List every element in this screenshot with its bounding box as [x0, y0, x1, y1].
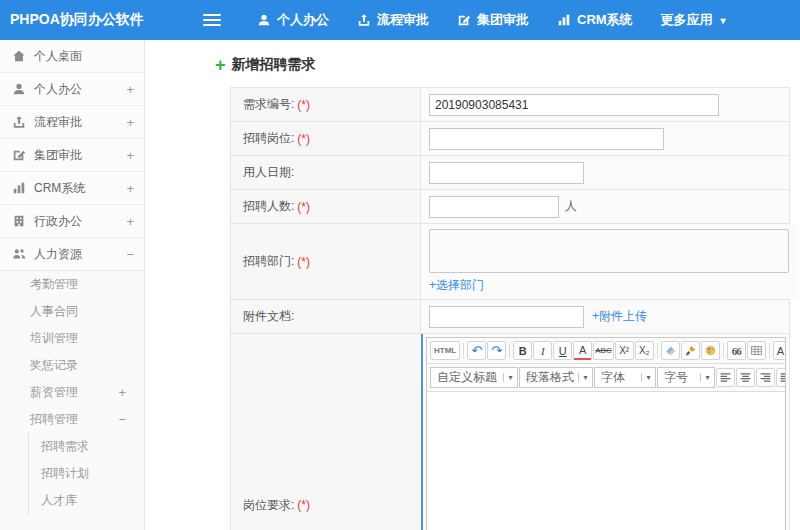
underline-button[interactable]: U — [553, 341, 572, 360]
html-source-button[interactable]: HTML — [430, 341, 460, 360]
align-right-button[interactable] — [756, 368, 775, 387]
blockquote-button[interactable]: 66 — [727, 341, 746, 360]
font-family-dropdown[interactable]: 字体 ▾ — [594, 367, 656, 388]
required-mark: (*) — [297, 132, 310, 146]
collapse-toggle[interactable]: − — [126, 247, 134, 262]
align-justify-button[interactable] — [776, 368, 785, 387]
sidebar-item-label: 个人桌面 — [34, 48, 134, 65]
expand-toggle[interactable]: + — [126, 181, 134, 196]
attachment-upload-link[interactable]: +附件上传 — [592, 308, 647, 325]
nav-label: CRM系统 — [577, 11, 633, 29]
required-mark: (*) — [297, 200, 310, 214]
nav-workflow-approval[interactable]: 流程审批 — [357, 11, 429, 29]
caret-down-icon: ▾ — [721, 15, 726, 26]
strikethrough-button[interactable]: ABC — [593, 341, 613, 360]
field-label-cell: 用人日期: — [231, 156, 421, 189]
sidebar-item-recruit-demand[interactable]: 招聘需求 — [29, 433, 144, 460]
demand-no-input[interactable] — [429, 94, 719, 116]
workflow-icon — [357, 13, 371, 27]
align-center-button[interactable] — [736, 368, 755, 387]
topbar: PHPOA协同办公软件 个人办公 流程审批 集团审批 CRM系统 更多应用 ▾ — [0, 0, 800, 40]
superscript-button[interactable]: X² — [615, 341, 634, 360]
sidebar-item-salary[interactable]: 薪资管理 + — [0, 379, 144, 406]
field-label-cell: 需求编号: (*) — [231, 88, 421, 121]
edit-icon — [457, 13, 471, 27]
italic-button[interactable]: I — [533, 341, 552, 360]
nav-group-approval[interactable]: 集团审批 — [457, 11, 529, 29]
nav-label: 集团审批 — [477, 11, 529, 29]
department-textarea[interactable] — [429, 229, 789, 273]
field-label: 招聘岗位: — [243, 130, 294, 147]
select-department-link[interactable]: +选择部门 — [429, 277, 484, 294]
sidebar-item-personal-office[interactable]: 个人办公 + — [0, 73, 144, 106]
sidebar-item-label: 招聘计划 — [41, 465, 89, 482]
sidebar-item-label: 流程审批 — [34, 114, 126, 131]
paragraph-format-dropdown[interactable]: 段落格式 ▾ — [519, 367, 593, 388]
sidebar-item-group-approval[interactable]: 集团审批 + — [0, 139, 144, 172]
expand-toggle[interactable]: + — [126, 82, 134, 97]
attachment-input[interactable] — [429, 306, 584, 328]
sidebar-item-desktop[interactable]: 个人桌面 — [0, 40, 144, 73]
plus-icon: + — [215, 58, 226, 72]
nav-more-apps[interactable]: 更多应用 ▾ — [661, 11, 726, 29]
editor-toolbar-row-1: HTML ↶ ↷ B I U A ABC X² X₂ — [427, 338, 785, 364]
collapse-toggle[interactable]: − — [118, 412, 126, 427]
nav-label: 流程审批 — [377, 11, 429, 29]
color-palette-button[interactable] — [701, 341, 720, 360]
edit-icon — [12, 148, 26, 162]
user-icon — [12, 82, 26, 96]
nav-label: 个人办公 — [277, 11, 329, 29]
expand-toggle[interactable]: + — [126, 214, 134, 229]
page-title: + 新增招聘需求 — [145, 40, 800, 74]
field-label-cell: 招聘人数: (*) — [231, 190, 421, 223]
sidebar-item-label: 个人办公 — [34, 81, 126, 98]
sidebar-item-workflow-approval[interactable]: 流程审批 + — [0, 106, 144, 139]
top-navigation: 个人办公 流程审批 集团审批 CRM系统 更多应用 ▾ — [257, 11, 726, 29]
field-cell: 人 — [421, 190, 789, 223]
sidebar-item-admin-office[interactable]: 行政办公 + — [0, 205, 144, 238]
align-left-button[interactable] — [716, 368, 735, 387]
editor-content-area[interactable] — [427, 392, 785, 530]
expand-toggle[interactable]: + — [118, 385, 126, 400]
nav-label: 更多应用 — [661, 11, 713, 29]
redo-button[interactable]: ↷ — [487, 341, 506, 360]
sidebar-item-crm[interactable]: CRM系统 + — [0, 172, 144, 205]
align-center-icon — [739, 371, 752, 384]
field-label-cell: 附件文档: — [231, 300, 421, 333]
expand-toggle[interactable]: + — [126, 115, 134, 130]
sidebar-item-attendance[interactable]: 考勤管理 — [0, 271, 144, 298]
font-color-button[interactable]: A — [573, 341, 592, 360]
form-row-requirements: 岗位要求: (*) HTML ↶ ↷ B I U — [231, 334, 789, 530]
sidebar-item-hr[interactable]: 人力资源 − — [0, 238, 144, 271]
text-color-dropdown-button[interactable]: A ▾ — [773, 341, 785, 360]
sidebar-item-training[interactable]: 培训管理 — [0, 325, 144, 352]
field-cell: HTML ↶ ↷ B I U A ABC X² X₂ — [421, 334, 789, 530]
expand-toggle[interactable]: + — [126, 148, 134, 163]
insert-table-button[interactable] — [747, 341, 766, 360]
eraser-button[interactable] — [661, 341, 680, 360]
sidebar-item-rewards[interactable]: 奖惩记录 — [0, 352, 144, 379]
undo-button[interactable]: ↶ — [467, 341, 486, 360]
form-row-position: 招聘岗位: (*) — [231, 122, 789, 156]
caret-down-icon: ▾ — [578, 373, 592, 382]
required-mark: (*) — [297, 498, 310, 512]
field-label-cell: 招聘部门: (*) — [231, 224, 421, 299]
sidebar-item-recruit-plan[interactable]: 招聘计划 — [29, 460, 144, 487]
position-input[interactable] — [429, 128, 664, 150]
heading-style-dropdown[interactable]: 自定义标题 ▾ — [430, 367, 518, 388]
nav-crm-system[interactable]: CRM系统 — [557, 11, 633, 29]
subscript-button[interactable]: X₂ — [635, 341, 654, 360]
nav-personal-office[interactable]: 个人办公 — [257, 11, 329, 29]
format-brush-button[interactable] — [681, 341, 700, 360]
sidebar-item-recruitment[interactable]: 招聘管理 − — [0, 406, 144, 433]
sidebar-item-label: 行政办公 — [34, 213, 126, 230]
palette-icon — [704, 344, 717, 357]
bold-button[interactable]: B — [513, 341, 532, 360]
sidebar-item-hr-contract[interactable]: 人事合同 — [0, 298, 144, 325]
font-size-dropdown[interactable]: 字号 ▾ — [657, 367, 715, 388]
sidebar-item-talent-pool[interactable]: 人才库 — [29, 487, 144, 514]
hamburger-menu-icon[interactable] — [203, 14, 221, 26]
hire-date-input[interactable] — [429, 162, 584, 184]
dropdown-label: 自定义标题 — [431, 369, 503, 386]
headcount-input[interactable] — [429, 196, 559, 218]
